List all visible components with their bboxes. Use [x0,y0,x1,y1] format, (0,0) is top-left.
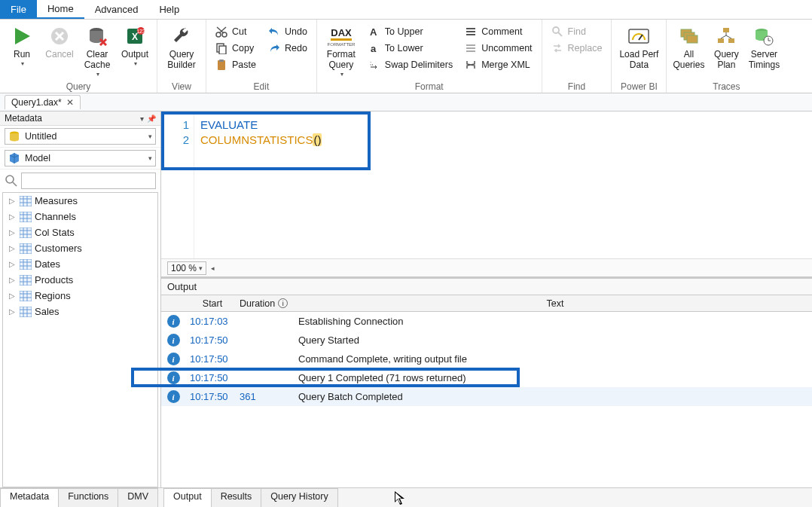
tree-item[interactable]: ▷Sales [3,304,157,319]
ribbon-group-view: Query Builder View [157,20,206,93]
paste-button[interactable]: Paste [211,57,261,72]
menu-advanced[interactable]: Advanced [84,0,149,19]
redo-button[interactable]: Redo [264,41,312,56]
bottom-tab[interactable]: Metadata [0,488,59,507]
expand-icon[interactable]: ▷ [9,292,17,300]
tree-item[interactable]: ▷Customers [3,240,157,256]
undo-button[interactable]: Undo [264,24,312,39]
server-timings-button[interactable]: Server Timings [746,21,781,71]
expand-icon[interactable]: ▷ [9,276,17,284]
output-row[interactable]: i10:17:03Establishing Connection [161,312,812,331]
bottom-tab[interactable]: DMV [118,488,158,507]
chevron-down-icon[interactable]: ▾ [140,115,144,123]
tree-item[interactable]: ▷Dates [3,256,157,272]
database-clear-icon [87,26,107,46]
menu-home[interactable]: Home [37,0,84,19]
expand-icon[interactable]: ▷ [9,244,17,252]
database-selector[interactable]: Untitled ▾ [0,126,160,148]
run-button[interactable]: Run ▾ [5,21,39,67]
model-selector[interactable]: Model ▾ [0,148,160,170]
code-editor[interactable]: 1 2 EVALUATE COLUMNSTATISTICS() 100 %▾ ◂ [161,111,812,277]
expand-icon[interactable]: ▷ [9,197,17,205]
ribbon: Run ▾ Cancel Clear Cache ▾ X123 Output ▾… [0,20,812,93]
document-tab[interactable]: Query1.dax* ✕ [5,95,81,109]
line-number: 1 [161,118,189,133]
svg-line-43 [721,35,726,38]
cut-button[interactable]: Cut [211,24,261,39]
table-icon [20,212,32,222]
group-traces-label: Traces [671,80,781,93]
metadata-search-input[interactable] [21,173,156,189]
undo-label: Undo [285,26,307,37]
expand-icon[interactable]: ▷ [9,260,17,268]
format-query-label: Format Query [327,50,356,71]
tree-item-label: Measures [35,195,78,206]
tree-item[interactable]: ▷Channels [3,209,157,224]
copy-button[interactable]: Copy [211,41,261,56]
chevron-down-icon: ▾ [148,154,152,162]
col-start[interactable]: Start [185,298,240,309]
expand-icon[interactable]: ▷ [9,307,17,316]
pin-icon[interactable]: 📌 [147,115,156,123]
server-timings-label: Server Timings [749,50,780,71]
all-queries-button[interactable]: All Queries [671,21,706,71]
swap-delim-button[interactable]: ;,Swap Delimiters [364,57,457,72]
format-query-button[interactable]: DAXFORMATTER Format Query ▾ [322,21,361,78]
tree-item-label: Col Stats [35,227,75,238]
cut-label: Cut [232,26,246,37]
comment-button[interactable]: Comment [460,24,536,39]
function-name: COLUMNSTATISTICS [200,133,313,146]
uncomment-button[interactable]: Uncomment [460,41,536,56]
to-upper-button[interactable]: ATo Upper [364,24,457,39]
bottom-tab[interactable]: Functions [58,488,118,507]
tree-item[interactable]: ▷Measures [3,193,157,209]
svg-line-51 [13,182,17,186]
output-row[interactable]: i10:17:50Query 1 Completed (71 rows retu… [161,368,812,387]
uncomment-icon [465,42,477,54]
output-row[interactable]: i10:17:50361Query Batch Completed [161,387,812,406]
zoom-dropdown[interactable]: 100 %▾ [167,261,206,275]
clear-cache-button[interactable]: Clear Cache ▾ [80,21,114,78]
swap-delim-label: Swap Delimiters [385,60,453,70]
output-header: Start Durationi Text [161,295,812,312]
swap-icon: ;, [368,59,380,71]
output-grid[interactable]: Start Durationi Text i10:17:03Establishi… [161,295,812,487]
to-lower-button[interactable]: aTo Lower [364,41,457,56]
bottom-tab[interactable]: Output [163,488,212,507]
tree-item[interactable]: ▷Products [3,272,157,288]
bottom-tab[interactable]: Query History [261,488,337,507]
query-plan-button[interactable]: Query Plan [709,21,743,71]
chevron-down-icon: ▾ [340,71,343,78]
expand-icon[interactable]: ▷ [9,228,17,237]
col-duration[interactable]: Durationi [240,298,298,309]
query-builder-button[interactable]: Query Builder [162,21,201,71]
find-button[interactable]: Find [547,24,607,39]
cancel-button[interactable]: Cancel [42,21,77,60]
col-text[interactable]: Text [298,298,812,309]
output-row[interactable]: i10:17:50Command Complete, writing outpu… [161,350,812,368]
scroll-left-icon[interactable]: ◂ [211,264,215,272]
expand-icon[interactable]: ▷ [9,212,17,221]
database-icon [8,130,20,142]
tree-item-label: Sales [35,306,60,317]
menu-help[interactable]: Help [148,0,190,19]
table-icon [20,196,32,206]
code-content[interactable]: EVALUATE COLUMNSTATISTICS() [194,111,322,258]
metadata-tree[interactable]: ▷Measures▷Channels▷Col Stats▷Customers▷D… [2,192,158,487]
bottom-tab[interactable]: Results [211,488,262,507]
tree-item[interactable]: ▷Col Stats [3,224,157,240]
svg-text:A: A [370,26,377,38]
row-start: 10:17:50 [185,334,240,346]
menu-file[interactable]: File [0,0,37,19]
close-icon[interactable]: ✕ [66,97,74,108]
output-button[interactable]: X123 Output ▾ [118,21,152,67]
load-perf-button[interactable]: Load Perf Data [616,21,661,71]
svg-rect-21 [331,38,352,41]
merge-xml-button[interactable]: Merge XML [460,57,536,72]
output-row[interactable]: i10:17:50Query Started [161,331,812,350]
tree-item[interactable]: ▷Regions [3,288,157,304]
replace-button[interactable]: Replace [547,41,607,56]
redo-icon [268,42,280,54]
svg-rect-41 [728,38,734,43]
svg-line-35 [639,35,643,40]
